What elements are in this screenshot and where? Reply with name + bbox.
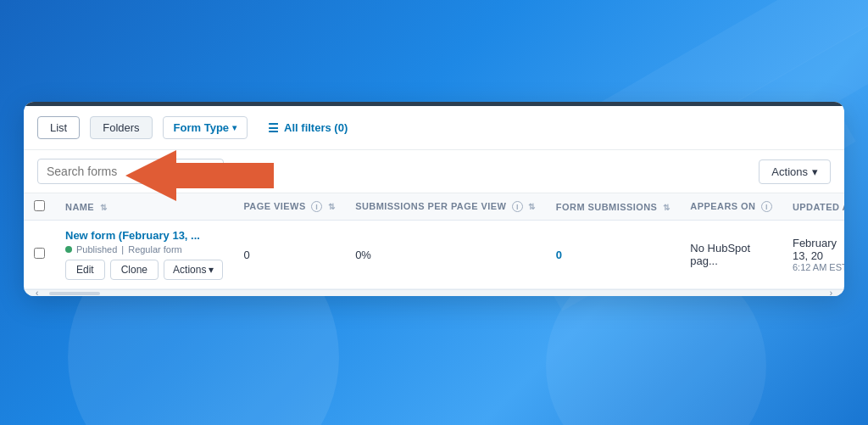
row-page-views-cell: 0 [233, 221, 345, 289]
th-fs-label: FORM SUBMISSIONS [556, 202, 658, 212]
th-sppv-label: SUBMISSIONS PER PAGE VIEW [355, 201, 506, 211]
search-icon: 🔍 [203, 164, 219, 178]
scroll-left-arrow[interactable]: ‹ [32, 290, 42, 296]
th-name-label: NAME [65, 202, 94, 212]
chevron-down-icon: ▾ [232, 123, 236, 132]
updated-at-date: February 13, 20 [793, 237, 844, 262]
th-page-views-sort-icon: ⇅ [328, 202, 335, 211]
th-page-views[interactable]: PAGE VIEWS i ⇅ [233, 193, 345, 221]
updated-at-time: 6:12 AM EST [793, 262, 844, 272]
list-tab[interactable]: List [37, 116, 80, 139]
horizontal-scrollbar: ‹ › [24, 289, 844, 296]
row-form-submissions-cell: 0 [546, 221, 680, 289]
th-appears-label: APPEARS ON [690, 201, 755, 211]
actions-chevron-icon: ▾ [812, 165, 818, 178]
scroll-right-arrow[interactable]: › [826, 290, 836, 296]
th-name[interactable]: NAME ⇅ [55, 193, 233, 221]
scrollbar-track [49, 292, 100, 295]
th-submissions-per-page-view[interactable]: SUBMISSIONS PER PAGE VIEW i ⇅ [345, 193, 546, 221]
form-name-link[interactable]: New form (February 13, ... [65, 229, 200, 242]
folders-tab[interactable]: Folders [90, 116, 152, 139]
select-all-checkbox[interactable] [34, 200, 45, 211]
row-actions-button[interactable]: Actions ▾ [164, 260, 223, 280]
page-views-value: 0 [243, 249, 249, 261]
search-row: 🔍 Actions ▾ [24, 150, 844, 193]
th-updated-label: UPDATED AT [793, 202, 844, 212]
form-meta: Published | Regular form [65, 244, 223, 254]
search-input-wrap: 🔍 [37, 159, 224, 184]
table-header-row: NAME ⇅ PAGE VIEWS i ⇅ SUBMISSIONS PER PA… [24, 193, 844, 221]
select-all-th [24, 193, 55, 221]
row-checkbox[interactable] [34, 248, 45, 259]
form-type-text: Regular form [128, 244, 182, 254]
th-fs-sort-icon: ⇅ [663, 203, 670, 212]
th-sppv-sort-icon: ⇅ [528, 202, 535, 211]
row-actions-chevron-icon: ▾ [209, 264, 214, 276]
appears-on-value: No HubSpot pag... [690, 242, 750, 267]
clone-button[interactable]: Clone [110, 260, 159, 280]
th-form-submissions[interactable]: FORM SUBMISSIONS ⇅ [546, 193, 680, 221]
table-wrap: NAME ⇅ PAGE VIEWS i ⇅ SUBMISSIONS PER PA… [24, 193, 844, 289]
page-views-info-icon[interactable]: i [311, 201, 322, 212]
row-actions: Edit Clone Actions ▾ [65, 260, 223, 280]
forms-table: NAME ⇅ PAGE VIEWS i ⇅ SUBMISSIONS PER PA… [24, 193, 844, 289]
form-submissions-link[interactable]: 0 [556, 249, 562, 261]
th-updated-at: UPDATED AT [782, 193, 844, 221]
search-icon-button[interactable]: 🔍 [203, 164, 219, 179]
row-checkbox-cell [24, 221, 55, 289]
form-type-label: Form Type [174, 121, 230, 134]
th-page-views-label: PAGE VIEWS [243, 201, 305, 211]
separator: | [121, 244, 124, 254]
sppv-value: 0% [355, 249, 371, 261]
edit-button[interactable]: Edit [65, 260, 105, 280]
sppv-info-icon[interactable]: i [512, 201, 523, 212]
published-status-dot [65, 246, 72, 253]
status-label: Published [76, 244, 117, 254]
toolbar: List Folders Form Type ▾ ☰ All filters (… [24, 106, 844, 150]
filter-icon: ☰ [268, 121, 279, 135]
actions-label: Actions [771, 165, 808, 178]
row-name-cell: New form (February 13, ... Published | R… [55, 221, 233, 289]
main-card: List Folders Form Type ▾ ☰ All filters (… [24, 102, 844, 296]
all-filters-label: All filters (0) [284, 121, 348, 134]
all-filters-button[interactable]: ☰ All filters (0) [258, 117, 358, 139]
appears-on-info-icon[interactable]: i [761, 201, 772, 212]
actions-dropdown-button[interactable]: Actions ▾ [759, 159, 831, 184]
row-updated-at-cell: February 13, 20 6:12 AM EST [782, 221, 844, 289]
row-sppv-cell: 0% [345, 221, 546, 289]
form-type-filter[interactable]: Form Type ▾ [163, 116, 248, 139]
th-appears-on: APPEARS ON i [680, 193, 782, 221]
row-actions-label: Actions [173, 264, 206, 276]
table-row: New form (February 13, ... Published | R… [24, 221, 844, 289]
search-input[interactable] [37, 159, 224, 184]
row-appears-on-cell: No HubSpot pag... [680, 221, 782, 289]
th-name-sort-icon: ⇅ [100, 203, 107, 212]
